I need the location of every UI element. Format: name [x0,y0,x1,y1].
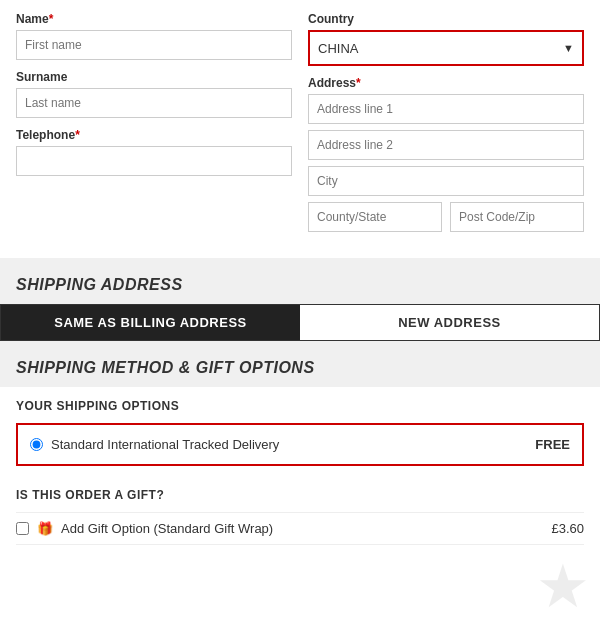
telephone-required-indicator: * [75,128,80,142]
gift-question-label: IS THIS ORDER A GIFT? [16,488,584,502]
name-field-group: Name* [16,12,292,60]
county-state-input[interactable] [308,202,442,232]
divider-2 [0,341,600,349]
country-select-wrapper: CHINA United Kingdom United States Franc… [308,30,584,66]
address-line1-input[interactable] [308,94,584,124]
billing-right-col: Country CHINA United Kingdom United Stat… [308,12,584,242]
shipping-method-section: YOUR SHIPPING OPTIONS Standard Internati… [0,387,600,488]
billing-form: Name* Surname Telephone* Country [0,0,600,258]
shipping-address-title: SHIPPING ADDRESS [16,276,584,294]
address-label: Address* [308,76,584,90]
new-address-button[interactable]: NEW ADDRESS [300,305,599,340]
address-field-group: Address* [308,76,584,232]
postcode-input[interactable] [450,202,584,232]
address-line2-input[interactable] [308,130,584,160]
last-name-input[interactable] [16,88,292,118]
gift-option-price: £3.60 [551,521,584,536]
gift-option-left: 🎁 Add Gift Option (Standard Gift Wrap) [16,521,273,536]
telephone-field-group: Telephone* [16,128,292,176]
address-required-indicator: * [356,76,361,90]
telephone-input[interactable] [16,146,292,176]
billing-left-col: Name* Surname Telephone* [16,12,292,242]
shipping-address-header: SHIPPING ADDRESS [0,266,600,304]
telephone-label: Telephone* [16,128,292,142]
shipping-option-left: Standard International Tracked Delivery [30,437,279,452]
shipping-option-name: Standard International Tracked Delivery [51,437,279,452]
shipping-method-header: SHIPPING METHOD & GIFT OPTIONS [0,349,600,387]
shipping-option-price: FREE [535,437,570,452]
shipping-option-row: Standard International Tracked Delivery … [16,423,584,466]
gift-option-checkbox[interactable] [16,522,29,535]
surname-label: Surname [16,70,292,84]
name-required-indicator: * [49,12,54,26]
county-postcode-row [308,202,584,232]
address-toggle: SAME AS BILLING ADDRESS NEW ADDRESS [0,304,600,341]
gift-option-row: 🎁 Add Gift Option (Standard Gift Wrap) £… [16,512,584,545]
gift-icon: 🎁 [37,521,53,536]
country-field-group: Country CHINA United Kingdom United Stat… [308,12,584,66]
divider-1 [0,258,600,266]
same-as-billing-button[interactable]: SAME AS BILLING ADDRESS [1,305,300,340]
shipping-option-radio[interactable] [30,438,43,451]
surname-field-group: Surname [16,70,292,118]
gift-option-name: Add Gift Option (Standard Gift Wrap) [61,521,273,536]
country-select[interactable]: CHINA United Kingdom United States Franc… [310,32,582,64]
shipping-method-title: SHIPPING METHOD & GIFT OPTIONS [16,359,584,377]
gift-section: IS THIS ORDER A GIFT? 🎁 Add Gift Option … [0,488,600,561]
first-name-input[interactable] [16,30,292,60]
shipping-options-label: YOUR SHIPPING OPTIONS [16,399,584,413]
country-label: Country [308,12,584,26]
name-label: Name* [16,12,292,26]
city-input[interactable] [308,166,584,196]
